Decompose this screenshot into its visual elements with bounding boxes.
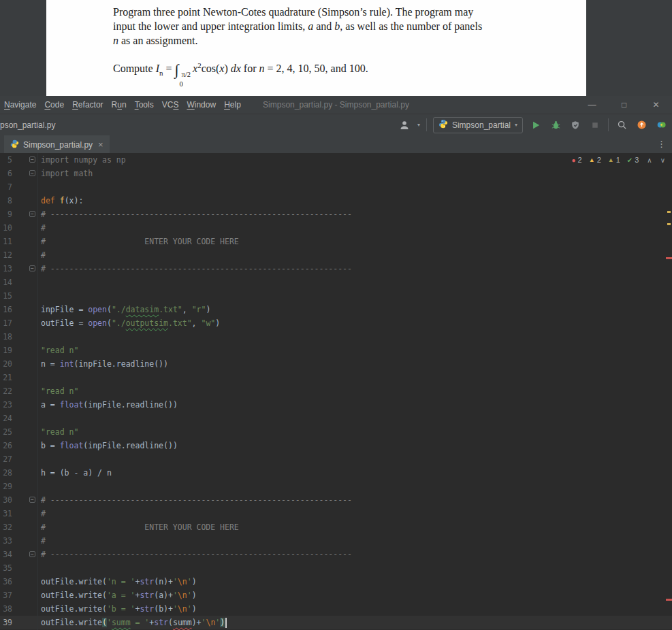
code-text[interactable]: # bbox=[37, 507, 46, 520]
gutter[interactable]: 16 bbox=[0, 303, 37, 316]
menu-item-run[interactable]: Run bbox=[108, 100, 131, 110]
code-text[interactable] bbox=[37, 371, 41, 384]
code-text[interactable] bbox=[37, 276, 41, 289]
code-text[interactable] bbox=[37, 561, 41, 575]
code-text[interactable]: inpFile = open("./datasim.txt", "r") bbox=[37, 303, 210, 316]
code-line[interactable]: 9−# ------------------------------------… bbox=[0, 208, 672, 221]
line-number[interactable]: 18 bbox=[0, 330, 12, 344]
stop-button[interactable] bbox=[588, 118, 602, 132]
code-line[interactable]: 19"read n" bbox=[0, 344, 672, 357]
passed-count[interactable]: ✔3 bbox=[627, 156, 639, 164]
minimize-button[interactable]: — bbox=[576, 96, 608, 114]
line-number[interactable]: 9 bbox=[0, 208, 12, 221]
line-number[interactable]: 39 bbox=[0, 616, 12, 629]
gutter[interactable]: 9− bbox=[0, 208, 37, 221]
weak-warning-count[interactable]: ▲1 bbox=[608, 156, 620, 164]
code-text[interactable]: outFile.write('a = '+str(a)+'\n') bbox=[37, 588, 197, 602]
code-line[interactable]: 12# bbox=[0, 248, 672, 262]
code-line[interactable]: 34−# -----------------------------------… bbox=[0, 548, 672, 561]
fold-icon[interactable]: − bbox=[29, 265, 35, 271]
search-everywhere-icon[interactable] bbox=[615, 118, 628, 132]
run-button[interactable] bbox=[529, 118, 543, 132]
line-number[interactable]: 22 bbox=[0, 384, 12, 398]
code-text[interactable]: import math bbox=[37, 167, 93, 180]
line-number[interactable]: 13 bbox=[0, 262, 12, 276]
code-line[interactable]: 17outFile = open("./outputsim.txt", "w") bbox=[0, 316, 672, 330]
gutter[interactable]: 30− bbox=[0, 493, 37, 507]
gutter[interactable]: 19 bbox=[0, 344, 37, 357]
gutter[interactable]: 27 bbox=[0, 452, 37, 466]
code-line[interactable]: 13−# -----------------------------------… bbox=[0, 262, 672, 276]
code-text[interactable] bbox=[37, 452, 41, 466]
stripe-error-mark[interactable] bbox=[666, 257, 672, 259]
gutter[interactable]: 31 bbox=[0, 507, 37, 520]
code-line[interactable]: 24 bbox=[0, 412, 672, 425]
line-number[interactable]: 5 bbox=[0, 153, 12, 167]
code-text[interactable] bbox=[37, 412, 41, 425]
line-number[interactable]: 35 bbox=[0, 561, 12, 575]
menu-item-help[interactable]: Help bbox=[220, 100, 245, 110]
tab-close-icon[interactable]: × bbox=[98, 139, 103, 150]
fold-icon[interactable]: − bbox=[29, 497, 35, 503]
line-number[interactable]: 31 bbox=[0, 507, 12, 520]
code-text[interactable]: # bbox=[37, 534, 46, 548]
code-text[interactable]: # --------------------------------------… bbox=[37, 548, 352, 561]
code-text[interactable]: n = int(inpFile.readline()) bbox=[37, 357, 168, 371]
gutter[interactable]: 21 bbox=[0, 371, 37, 384]
code-line[interactable]: 15 bbox=[0, 289, 672, 303]
tab-simpson-partial[interactable]: Simpson_partial.py × bbox=[4, 135, 110, 154]
line-number[interactable]: 6 bbox=[0, 167, 12, 180]
gutter[interactable]: 18 bbox=[0, 330, 37, 344]
code-line[interactable]: 11# ENTER YOUR CODE HERE bbox=[0, 235, 672, 248]
gutter[interactable]: 20 bbox=[0, 357, 37, 371]
line-number[interactable]: 8 bbox=[0, 194, 12, 208]
menu-item-vcs[interactable]: VCS bbox=[158, 100, 183, 110]
menu-item-window[interactable]: Window bbox=[182, 100, 220, 110]
line-number[interactable]: 36 bbox=[0, 575, 12, 588]
gutter[interactable]: 36 bbox=[0, 575, 37, 588]
code-line[interactable]: 25"read n" bbox=[0, 425, 672, 439]
line-number[interactable]: 28 bbox=[0, 466, 12, 480]
gutter[interactable]: 22 bbox=[0, 384, 37, 398]
fold-icon[interactable]: − bbox=[29, 156, 35, 163]
line-number[interactable]: 10 bbox=[0, 221, 12, 235]
line-number[interactable]: 23 bbox=[0, 398, 12, 412]
gutter[interactable]: 7 bbox=[0, 180, 37, 194]
line-number[interactable]: 27 bbox=[0, 452, 12, 466]
code-text[interactable]: b = float(inpFile.readline()) bbox=[37, 439, 178, 452]
stripe-error-mark[interactable] bbox=[666, 599, 672, 601]
code-text[interactable]: "read n" bbox=[37, 344, 78, 357]
code-text[interactable]: def f(x): bbox=[37, 194, 83, 208]
fold-icon[interactable]: − bbox=[29, 211, 35, 217]
code-line[interactable]: 14 bbox=[0, 276, 672, 289]
line-number[interactable]: 12 bbox=[0, 248, 12, 262]
next-problem-icon[interactable]: ∨ bbox=[660, 156, 665, 164]
code-line[interactable]: 18 bbox=[0, 330, 672, 344]
tab-options-icon[interactable]: ⋮ bbox=[657, 139, 666, 149]
line-number[interactable]: 14 bbox=[0, 276, 12, 289]
stripe-warning-mark[interactable] bbox=[667, 211, 671, 213]
line-number[interactable]: 25 bbox=[0, 425, 12, 439]
code-line[interactable]: 37outFile.write('a = '+str(a)+'\n') bbox=[0, 588, 672, 602]
menu-item-code[interactable]: Code bbox=[40, 100, 68, 110]
gutter[interactable]: 37 bbox=[0, 588, 37, 602]
gutter[interactable]: 17 bbox=[0, 316, 37, 330]
line-number[interactable]: 34 bbox=[0, 548, 12, 561]
maximize-button[interactable]: □ bbox=[608, 96, 640, 114]
code-area[interactable]: 5−import numpy as np6−import math78def f… bbox=[0, 153, 672, 629]
code-line[interactable]: 36outFile.write('n = '+str(n)+'\n') bbox=[0, 575, 672, 588]
line-number[interactable]: 20 bbox=[0, 357, 12, 371]
code-line[interactable]: 29 bbox=[0, 480, 672, 493]
code-line[interactable]: 30−# -----------------------------------… bbox=[0, 493, 672, 507]
code-line[interactable]: 7 bbox=[0, 180, 672, 194]
gutter[interactable]: 13− bbox=[0, 262, 37, 276]
code-text[interactable]: # --------------------------------------… bbox=[37, 262, 352, 276]
line-number[interactable]: 30 bbox=[0, 493, 12, 507]
code-text[interactable]: a = float(inpFile.readline()) bbox=[37, 398, 178, 412]
gutter[interactable]: 39 bbox=[0, 616, 37, 629]
gutter[interactable]: 38 bbox=[0, 602, 37, 616]
code-line[interactable]: 27 bbox=[0, 452, 672, 466]
stripe-warning-mark[interactable] bbox=[667, 223, 671, 225]
code-text[interactable]: "read n" bbox=[37, 384, 78, 398]
gutter[interactable]: 34− bbox=[0, 548, 37, 561]
